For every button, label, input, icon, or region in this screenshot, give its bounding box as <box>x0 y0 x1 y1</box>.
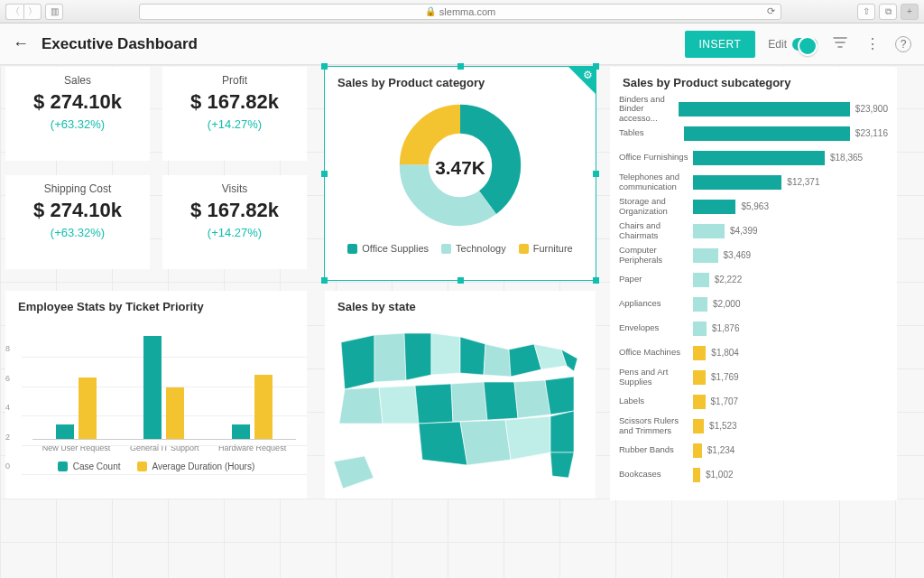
subcategory-value: $3,469 <box>724 250 752 260</box>
subcategory-value: $23,900 <box>855 104 888 114</box>
subcategory-value: $1,876 <box>712 323 740 333</box>
browser-tabs-button[interactable]: ⧉ <box>879 4 897 20</box>
subcategory-bar <box>693 200 735 214</box>
kpi-visits[interactable]: Visits $ 167.82k (+14.27%) <box>162 175 307 269</box>
address-bar[interactable]: 🔒 slemma.com ⟳ <box>139 4 781 20</box>
subcategory-row[interactable]: Telephones and communication$12,371 <box>619 170 888 194</box>
subcategory-row[interactable]: Paper$2,222 <box>619 267 888 292</box>
subcategory-value: $1,769 <box>711 372 739 382</box>
browser-share-button[interactable]: ⇧ <box>857 4 875 20</box>
resize-handle[interactable] <box>593 171 599 177</box>
subcategory-row[interactable]: Labels$1,707 <box>619 389 888 414</box>
kpi-title: Visits <box>166 182 303 195</box>
resize-handle[interactable] <box>457 277 464 284</box>
subcategory-value: $1,234 <box>707 445 735 455</box>
kpi-profit[interactable]: Profit $ 167.82k (+14.27%) <box>162 67 307 161</box>
browser-forward-button[interactable]: 〉 <box>23 4 42 20</box>
subcategory-row[interactable]: Storage and Organization$5,963 <box>619 194 888 219</box>
subcategory-bar <box>693 175 781 190</box>
more-icon[interactable]: ⋮ <box>863 35 882 52</box>
subcategory-row[interactable]: Pens and Art Supplies$1,769 <box>619 365 888 389</box>
panel-sales-by-category[interactable]: ⚙ Sales by Product category 3.47K Office… <box>325 67 596 280</box>
subcategory-value: $2,000 <box>713 299 741 309</box>
toggle-switch-icon[interactable] <box>792 38 818 51</box>
subcategory-row[interactable]: Rubber Bands$1,234 <box>619 438 888 462</box>
kpi-value: $ 274.10k <box>9 90 146 114</box>
resize-handle[interactable] <box>457 63 464 70</box>
subcategory-row[interactable]: Office Machines$1,804 <box>619 340 888 365</box>
subcategory-value: $4,399 <box>730 226 758 236</box>
subcategory-label: Envelopes <box>619 323 693 332</box>
donut-chart: 3.47K <box>383 93 537 238</box>
resize-handle[interactable] <box>321 63 328 70</box>
subcategory-row[interactable]: Computer Peripherals$3,469 <box>619 243 888 267</box>
reload-icon[interactable]: ⟳ <box>767 5 775 17</box>
browser-newtab-button[interactable]: + <box>901 4 919 20</box>
subcategory-label: Rubber Bands <box>619 445 693 454</box>
back-arrow-icon[interactable]: ← <box>13 34 29 53</box>
kpi-delta: (+63.32%) <box>9 117 146 131</box>
subcategory-bar <box>693 248 718 263</box>
subcategory-label: Chairs and Chairmats <box>619 221 693 240</box>
panel-sales-by-subcategory[interactable]: Sales by Product subcategory Binders and… <box>610 67 897 500</box>
subcategory-row[interactable]: Binders and Binder accesso...$23,900 <box>619 97 888 121</box>
kpi-value: $ 167.82k <box>166 199 303 222</box>
subcategory-bar <box>684 126 850 141</box>
gear-icon: ⚙ <box>583 69 593 81</box>
kpi-value: $ 167.82k <box>166 90 303 114</box>
browser-back-button[interactable]: 〈 <box>5 4 23 20</box>
subcategory-row[interactable]: Appliances$2,000 <box>619 292 888 316</box>
panel-sales-by-state[interactable]: Sales by state <box>325 291 596 499</box>
subcategory-row[interactable]: Envelopes$1,876 <box>619 316 888 340</box>
subcategory-bar <box>693 224 725 238</box>
subcategory-row[interactable]: Bookcases$1,002 <box>619 462 888 487</box>
subcategory-row[interactable]: Office Furnishings$18,365 <box>619 145 888 170</box>
subcategory-value: $23,116 <box>855 128 888 138</box>
panel-title: Sales by state <box>325 291 596 317</box>
subcategory-bar <box>693 151 825 165</box>
help-icon[interactable]: ? <box>895 36 911 52</box>
svg-text:3.47K: 3.47K <box>435 157 485 178</box>
panel-employee-stats[interactable]: Employee Stats by Ticket Priority 02468 … <box>5 291 307 499</box>
kpi-delta: (+63.32%) <box>9 226 146 239</box>
subcategory-bar <box>693 297 707 312</box>
kpi-value: $ 274.10k <box>9 199 146 222</box>
page-title: Executive Dashboard <box>42 35 198 53</box>
edit-label: Edit <box>768 38 787 51</box>
subcategory-value: $1,707 <box>711 396 739 406</box>
subcategory-value: $2,222 <box>715 275 743 284</box>
panel-settings-button[interactable]: ⚙ <box>568 67 596 94</box>
subcategory-label: Binders and Binder accesso... <box>619 95 679 123</box>
subcategory-label: Office Machines <box>619 348 693 357</box>
kpi-delta: (+14.27%) <box>166 226 303 239</box>
resize-handle[interactable] <box>593 277 599 284</box>
subcategory-value: $18,365 <box>830 153 863 163</box>
subcategory-row[interactable]: Tables$23,116 <box>619 121 888 145</box>
browser-sidebar-button[interactable]: ▥ <box>45 4 63 20</box>
kpi-sales[interactable]: Sales $ 274.10k (+63.32%) <box>5 67 150 161</box>
subcategory-bar <box>693 370 706 385</box>
subcategory-bar <box>693 273 709 287</box>
subcategory-value: $1,804 <box>711 348 739 358</box>
resize-handle[interactable] <box>321 277 328 284</box>
subcategory-label: Labels <box>619 396 693 406</box>
subcategory-row[interactable]: Scissors Rulers and Trimmers$1,523 <box>619 414 888 438</box>
lock-icon: 🔒 <box>425 6 436 16</box>
subcategory-row[interactable]: Chairs and Chairmats$4,399 <box>619 219 888 243</box>
subcategory-label: Paper <box>619 275 693 284</box>
kpi-title: Sales <box>9 74 146 87</box>
dashboard-canvas[interactable]: Sales $ 274.10k (+63.32%) Profit $ 167.8… <box>0 65 924 578</box>
subcategory-label: Storage and Organization <box>619 197 693 216</box>
insert-button[interactable]: INSERT <box>685 31 756 58</box>
kpi-delta: (+14.27%) <box>166 117 303 131</box>
filter-icon[interactable] <box>830 35 850 53</box>
subcategory-bar <box>693 468 700 482</box>
subcategory-label: Appliances <box>619 299 693 308</box>
kpi-title: Shipping Cost <box>9 182 146 195</box>
kpi-title: Profit <box>166 74 303 87</box>
kpi-shipping[interactable]: Shipping Cost $ 274.10k (+63.32%) <box>5 175 150 269</box>
resize-handle[interactable] <box>321 171 328 177</box>
panel-title: Sales by Product subcategory <box>610 67 897 93</box>
edit-toggle[interactable]: Edit <box>768 38 818 51</box>
panel-title: Employee Stats by Ticket Priority <box>5 291 307 317</box>
